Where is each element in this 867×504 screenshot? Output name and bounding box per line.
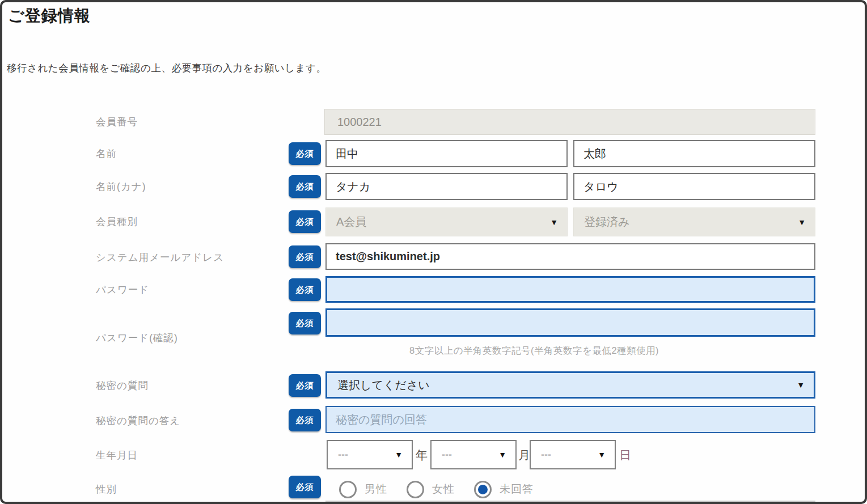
chevron-down-icon: ▼ xyxy=(498,451,506,459)
next-field-cutoff-edge xyxy=(325,501,815,504)
chevron-down-icon: ▼ xyxy=(395,451,403,459)
secret-question-label: 秘密の質問 xyxy=(96,379,149,392)
gender-radio-unanswered[interactable]: 未回答 xyxy=(474,481,534,498)
secret-answer-input[interactable] xyxy=(325,406,815,433)
member-type-label: 会員種別 xyxy=(96,215,138,228)
chevron-down-icon: ▼ xyxy=(798,218,806,226)
day-suffix: 日 xyxy=(619,447,631,463)
password-input[interactable] xyxy=(325,276,815,303)
required-badge: 必須 xyxy=(289,175,321,198)
chevron-down-icon: ▼ xyxy=(598,451,606,459)
registration-form-panel: ご登録情報 移行された会員情報をご確認の上、必要事項の入力をお願いします。 会員… xyxy=(0,0,867,504)
birth-year-value: --- xyxy=(328,449,395,461)
required-badge: 必須 xyxy=(289,245,321,268)
chevron-down-icon: ▼ xyxy=(797,381,805,389)
birth-month-value: --- xyxy=(432,449,498,461)
gender-radio-female[interactable]: 女性 xyxy=(407,481,455,498)
required-badge: 必須 xyxy=(289,476,321,498)
birth-month-select[interactable]: --- ▼ xyxy=(430,440,517,469)
month-suffix: 月 xyxy=(518,447,530,463)
name-label: 名前 xyxy=(96,147,117,160)
page-title: ご登録情報 xyxy=(8,5,91,27)
chevron-down-icon: ▼ xyxy=(550,218,558,226)
required-badge: 必須 xyxy=(289,312,321,334)
registration-status-select: 登録済み ▼ xyxy=(573,207,815,236)
system-email-label: システム用メールアドレス xyxy=(96,251,224,264)
member-number-label: 会員番号 xyxy=(96,115,138,129)
system-email-input[interactable] xyxy=(325,243,815,270)
birth-year-select[interactable]: --- ▼ xyxy=(327,440,413,469)
year-suffix: 年 xyxy=(416,447,428,463)
birth-date-label: 生年月日 xyxy=(96,448,138,462)
secret-question-select[interactable]: 選択してください ▼ xyxy=(325,371,815,399)
member-type-select: A会員 ▼ xyxy=(325,207,568,236)
gender-radio-group: 男性 女性 未回答 xyxy=(339,477,534,501)
secret-question-value: 選択してください xyxy=(327,378,797,393)
gender-radio-male[interactable]: 男性 xyxy=(339,481,387,498)
required-badge: 必須 xyxy=(289,278,321,301)
registration-status-value: 登録済み xyxy=(574,214,798,230)
last-name-kana-input[interactable] xyxy=(325,173,568,200)
last-name-input[interactable] xyxy=(325,140,568,167)
password-confirm-input[interactable] xyxy=(325,308,815,337)
name-kana-label: 名前(カナ) xyxy=(96,180,146,193)
password-hint: 8文字以上の半角英数字記号(半角英数字を最低2種類使用) xyxy=(409,345,659,357)
page-description: 移行された会員情報をご確認の上、必要事項の入力をお願いします。 xyxy=(7,61,326,75)
first-name-input[interactable] xyxy=(573,140,815,167)
secret-answer-label: 秘密の質問の答え xyxy=(96,414,180,427)
member-number-input xyxy=(324,109,815,135)
password-confirm-label: パスワード(確認) xyxy=(96,331,178,345)
required-badge: 必須 xyxy=(289,409,321,431)
birth-day-select[interactable]: --- ▼ xyxy=(530,440,616,469)
required-badge: 必須 xyxy=(289,210,321,233)
radio-circle-icon xyxy=(339,481,357,498)
member-type-value: A会員 xyxy=(326,214,550,230)
password-label: パスワード xyxy=(96,283,149,297)
radio-circle-icon xyxy=(407,481,424,498)
required-badge: 必須 xyxy=(289,374,321,397)
birth-day-value: --- xyxy=(531,449,598,461)
required-badge: 必須 xyxy=(289,142,321,165)
radio-circle-selected-icon xyxy=(474,481,492,498)
first-name-kana-input[interactable] xyxy=(573,173,815,200)
gender-label: 性別 xyxy=(96,482,117,496)
